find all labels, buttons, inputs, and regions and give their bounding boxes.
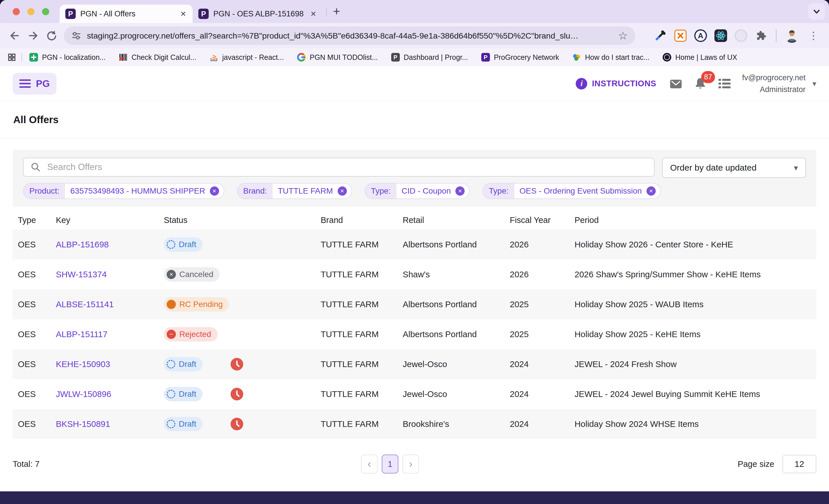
table-row[interactable]: OES ALBSE-151141 RC Pending TUTTLE FARM …: [13, 289, 816, 319]
offer-type: OES: [18, 419, 56, 429]
stackoverflow-icon: [210, 53, 218, 62]
bookmark-label: Home | Laws of UX: [675, 53, 737, 62]
tab-close-icon[interactable]: ✕: [310, 10, 316, 18]
status-badge: Draft: [164, 357, 203, 372]
search-input[interactable]: [47, 162, 648, 172]
bookmark-item[interactable]: P Dashboard | Progr...: [391, 53, 468, 62]
close-window-button[interactable]: [13, 8, 20, 15]
profile-avatar[interactable]: [785, 29, 799, 43]
user-caret-icon[interactable]: ▾: [812, 79, 816, 88]
page-number-button[interactable]: 1: [382, 455, 398, 473]
user-menu[interactable]: fv@progrocery.net Administrator: [742, 72, 806, 95]
bookmark-item[interactable]: P ProGrocery Network: [481, 53, 559, 62]
draft-status-icon: [167, 420, 175, 428]
eyedropper-extension-icon[interactable]: [654, 29, 667, 42]
zoom-window-button[interactable]: [42, 8, 49, 15]
page-size-input[interactable]: [782, 455, 816, 473]
offer-key-link[interactable]: ALBP-151698: [56, 240, 164, 249]
tab-search-button[interactable]: [808, 3, 825, 20]
browser-menu-icon[interactable]: ⋮: [806, 30, 821, 42]
bookmark-star-icon[interactable]: ☆: [618, 30, 628, 41]
browser-window: P PGN - All Offers ✕ P PGN - OES ALBP-15…: [0, 0, 829, 504]
offer-period: JEWEL - 2024 Fresh Show: [575, 359, 816, 369]
remove-filter-icon[interactable]: ✕: [210, 186, 219, 196]
filter-chips: Product: 635753498493 - HUMMUS SHIPPER ✕…: [23, 183, 806, 199]
minimize-window-button[interactable]: [27, 8, 35, 15]
mail-button[interactable]: [669, 77, 683, 91]
browser-tab-all-offers[interactable]: P PGN - All Offers ✕: [60, 5, 192, 23]
offer-retail: Albertsons Portland: [403, 329, 510, 339]
browser-toolbar: staging2.progrocery.net/offers_all?searc…: [0, 23, 829, 48]
table-row[interactable]: OES ALBP-151698 Draft TUTTLE FARM Albert…: [13, 230, 816, 260]
offer-retail: Albertsons Portland: [403, 300, 510, 309]
bookmark-item[interactable]: PGN MUI TODOlist...: [297, 53, 378, 62]
table-row[interactable]: OES KEHE-150903 Draft TUTTLE FARM: [13, 349, 816, 379]
status-badge: − Rejected: [164, 327, 218, 342]
bookmark-label: How do I start trac...: [585, 53, 649, 62]
remove-filter-icon[interactable]: ✕: [338, 186, 347, 196]
offer-key-link[interactable]: JWLW-150896: [56, 389, 164, 399]
bookmark-item[interactable]: Check Digit Calcul...: [119, 53, 196, 62]
user-role: Administrator: [742, 84, 806, 95]
offer-key-link[interactable]: KEHE-150903: [56, 359, 164, 369]
remove-filter-icon[interactable]: ✕: [455, 186, 465, 196]
table-row[interactable]: OES ALBP-151117 − Rejected TUTTLE FARM A…: [13, 319, 816, 349]
offer-key-link[interactable]: SHW-151374: [56, 270, 164, 279]
status-badge: Draft: [164, 237, 203, 252]
info-icon: i: [576, 78, 587, 89]
table-header: Type Key Status Brand Retail Fiscal Year…: [13, 210, 816, 230]
next-page-button[interactable]: ›: [402, 455, 419, 473]
new-tab-button[interactable]: +: [330, 5, 343, 17]
reload-button[interactable]: [43, 27, 60, 44]
p-dark-icon: P: [391, 53, 400, 62]
offer-period: JEWEL - 2024 Jewel Buying Summit KeHE It…: [575, 389, 816, 399]
url-bar[interactable]: staging2.progrocery.net/offers_all?searc…: [64, 27, 635, 45]
apps-grid-icon[interactable]: [7, 53, 16, 62]
status-badge: Draft: [164, 387, 203, 401]
react-devtools-icon[interactable]: [714, 29, 727, 42]
col-fiscal-year: Fiscal Year: [510, 216, 575, 225]
forward-button[interactable]: [25, 27, 41, 44]
col-brand: Brand: [321, 216, 403, 225]
order-by-select[interactable]: Order by date updated ▾: [662, 158, 806, 178]
table-footer: Total: 7 ‹ 1 › Page size: [13, 455, 816, 473]
browser-tab-oes-albp[interactable]: P PGN - OES ALBP-151698 ✕: [192, 5, 323, 23]
extensions-puzzle-icon[interactable]: [754, 29, 768, 42]
offer-key-link[interactable]: ALBSE-151141: [56, 300, 164, 309]
draft-status-icon: [167, 360, 175, 369]
url-text[interactable]: staging2.progrocery.net/offers_all?searc…: [87, 31, 612, 41]
col-type: Type: [18, 216, 56, 225]
sheets-icon: [29, 53, 38, 62]
forward-arrow-icon: [27, 29, 40, 42]
bookmark-item[interactable]: How do I start trac...: [572, 53, 649, 62]
a-circle-extension-icon[interactable]: A: [694, 29, 707, 42]
filter-chip-brand: Brand: TUTTLE FARM ✕: [237, 183, 352, 199]
clipper-extension-icon[interactable]: [674, 29, 687, 42]
notifications-button[interactable]: 87: [694, 77, 707, 91]
bookmark-item[interactable]: Home | Laws of UX: [662, 53, 737, 62]
app-content: PG i INSTRUCTIONS: [0, 66, 829, 504]
table-row[interactable]: OES BKSH-150891 Draft TUTTLE FARM: [13, 409, 816, 439]
bookmark-item[interactable]: PGN - localization...: [29, 53, 106, 62]
table-row[interactable]: OES JWLW-150896 Draft TUTTLE FARM: [13, 379, 816, 409]
draft-status-icon: [167, 240, 175, 249]
search-box[interactable]: [23, 158, 655, 177]
bookmark-item[interactable]: javascript - React...: [210, 53, 284, 62]
app-menu-logo-button[interactable]: PG: [13, 73, 57, 94]
task-list-button[interactable]: [718, 78, 731, 90]
remove-filter-icon[interactable]: ✕: [647, 186, 656, 196]
offer-key-link[interactable]: BKSH-150891: [56, 419, 164, 429]
instructions-button[interactable]: i INSTRUCTIONS: [574, 78, 658, 90]
canceled-status-icon: ✕: [167, 270, 176, 279]
offer-key-link[interactable]: ALBP-151117: [56, 329, 164, 339]
offer-brand: TUTTLE FARM: [321, 300, 403, 309]
prev-page-button[interactable]: ‹: [361, 455, 377, 473]
disabled-extension-icon[interactable]: [734, 29, 748, 42]
bookmark-label: PGN MUI TODOlist...: [310, 53, 378, 62]
back-button[interactable]: [6, 27, 23, 44]
offer-retail: Albertsons Portland: [403, 240, 510, 249]
tab-close-icon[interactable]: ✕: [180, 10, 186, 18]
table-row[interactable]: OES SHW-151374 ✕ Canceled TUTTLE FARM Sh…: [13, 260, 816, 289]
offer-brand: TUTTLE FARM: [321, 270, 403, 279]
status-label: Draft: [179, 240, 196, 249]
